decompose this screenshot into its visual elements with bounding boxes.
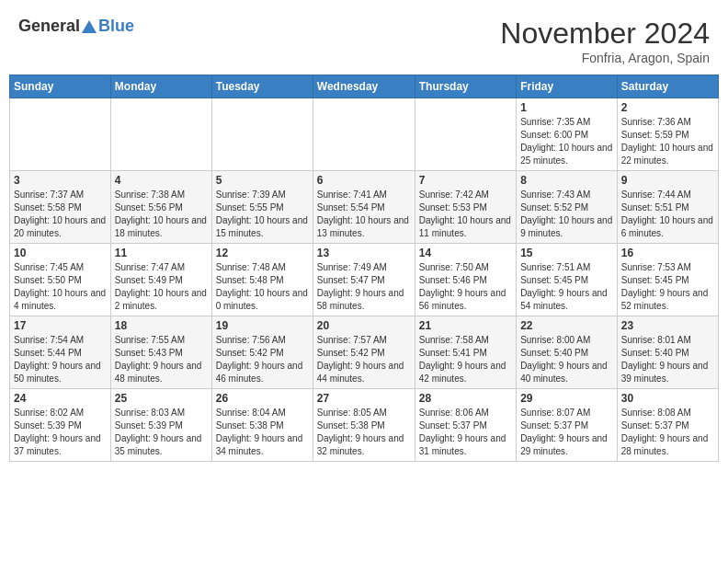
day-info: Sunrise: 8:06 AM Sunset: 5:37 PM Dayligh… <box>419 407 512 458</box>
day-info: Sunrise: 7:50 AM Sunset: 5:46 PM Dayligh… <box>419 261 512 313</box>
calendar-cell: 30Sunrise: 8:08 AM Sunset: 5:37 PM Dayli… <box>617 389 718 462</box>
logo-blue: Blue <box>98 17 134 36</box>
calendar-cell: 18Sunrise: 7:55 AM Sunset: 5:43 PM Dayli… <box>110 316 211 389</box>
day-number: 16 <box>621 247 714 259</box>
col-wednesday: Wednesday <box>313 75 415 98</box>
day-info: Sunrise: 7:38 AM Sunset: 5:56 PM Dayligh… <box>115 189 208 240</box>
logo-general: General <box>18 17 80 36</box>
day-number: 17 <box>14 319 107 332</box>
day-info: Sunrise: 7:53 AM Sunset: 5:45 PM Dayligh… <box>621 261 714 313</box>
calendar-cell: 2Sunrise: 7:36 AM Sunset: 5:59 PM Daylig… <box>617 98 718 171</box>
calendar-cell: 24Sunrise: 8:02 AM Sunset: 5:39 PM Dayli… <box>10 389 111 462</box>
day-info: Sunrise: 7:51 AM Sunset: 5:45 PM Dayligh… <box>520 261 613 313</box>
day-info: Sunrise: 7:44 AM Sunset: 5:51 PM Dayligh… <box>621 189 714 240</box>
calendar-cell: 27Sunrise: 8:05 AM Sunset: 5:38 PM Dayli… <box>313 389 415 462</box>
day-number: 8 <box>520 174 613 187</box>
calendar-cell <box>211 98 313 171</box>
calendar-cell: 15Sunrise: 7:51 AM Sunset: 5:45 PM Dayli… <box>517 244 618 316</box>
day-info: Sunrise: 8:04 AM Sunset: 5:38 PM Dayligh… <box>216 407 309 458</box>
calendar-cell: 28Sunrise: 8:06 AM Sunset: 5:37 PM Dayli… <box>415 389 516 462</box>
day-number: 1 <box>520 101 613 114</box>
calendar-cell: 14Sunrise: 7:50 AM Sunset: 5:46 PM Dayli… <box>415 244 516 316</box>
day-number: 21 <box>419 319 512 332</box>
calendar-week-row: 3Sunrise: 7:37 AM Sunset: 5:58 PM Daylig… <box>10 171 719 244</box>
day-number: 26 <box>216 392 309 405</box>
day-info: Sunrise: 8:05 AM Sunset: 5:38 PM Dayligh… <box>317 407 411 458</box>
day-number: 11 <box>115 247 208 259</box>
day-info: Sunrise: 8:02 AM Sunset: 5:39 PM Dayligh… <box>14 407 107 458</box>
day-info: Sunrise: 7:48 AM Sunset: 5:48 PM Dayligh… <box>216 261 309 313</box>
calendar-cell: 16Sunrise: 7:53 AM Sunset: 5:45 PM Dayli… <box>617 244 718 316</box>
calendar-cell: 4Sunrise: 7:38 AM Sunset: 5:56 PM Daylig… <box>110 171 211 244</box>
day-info: Sunrise: 7:57 AM Sunset: 5:42 PM Dayligh… <box>317 334 411 385</box>
day-number: 2 <box>621 101 714 114</box>
day-info: Sunrise: 7:36 AM Sunset: 5:59 PM Dayligh… <box>621 116 714 167</box>
calendar-cell: 3Sunrise: 7:37 AM Sunset: 5:58 PM Daylig… <box>10 171 111 244</box>
day-number: 10 <box>14 247 107 259</box>
calendar-week-row: 24Sunrise: 8:02 AM Sunset: 5:39 PM Dayli… <box>10 389 719 462</box>
calendar-cell: 12Sunrise: 7:48 AM Sunset: 5:48 PM Dayli… <box>211 244 313 316</box>
day-info: Sunrise: 8:03 AM Sunset: 5:39 PM Dayligh… <box>115 407 208 458</box>
calendar-week-row: 17Sunrise: 7:54 AM Sunset: 5:44 PM Dayli… <box>10 316 719 389</box>
day-info: Sunrise: 7:56 AM Sunset: 5:42 PM Dayligh… <box>216 334 309 385</box>
day-number: 23 <box>621 319 714 332</box>
calendar-cell <box>313 98 415 171</box>
day-number: 12 <box>216 247 309 259</box>
day-number: 20 <box>317 319 411 332</box>
calendar-cell: 29Sunrise: 8:07 AM Sunset: 5:37 PM Dayli… <box>517 389 618 462</box>
day-number: 24 <box>14 392 107 405</box>
calendar-cell: 21Sunrise: 7:58 AM Sunset: 5:41 PM Dayli… <box>415 316 516 389</box>
calendar-week-row: 1Sunrise: 7:35 AM Sunset: 6:00 PM Daylig… <box>10 98 719 171</box>
day-number: 9 <box>621 174 714 187</box>
logo-triangle-icon <box>81 18 97 35</box>
day-info: Sunrise: 8:07 AM Sunset: 5:37 PM Dayligh… <box>520 407 613 458</box>
calendar-week-row: 10Sunrise: 7:45 AM Sunset: 5:50 PM Dayli… <box>10 244 719 316</box>
calendar-header-row: Sunday Monday Tuesday Wednesday Thursday… <box>10 75 719 98</box>
calendar-cell: 22Sunrise: 8:00 AM Sunset: 5:40 PM Dayli… <box>517 316 618 389</box>
day-info: Sunrise: 8:08 AM Sunset: 5:37 PM Dayligh… <box>621 407 714 458</box>
day-number: 4 <box>115 174 208 187</box>
col-sunday: Sunday <box>10 75 111 98</box>
location: Fonfria, Aragon, Spain <box>500 51 710 65</box>
calendar-cell: 19Sunrise: 7:56 AM Sunset: 5:42 PM Dayli… <box>211 316 313 389</box>
calendar-cell: 9Sunrise: 7:44 AM Sunset: 5:51 PM Daylig… <box>617 171 718 244</box>
col-thursday: Thursday <box>415 75 516 98</box>
calendar-cell: 17Sunrise: 7:54 AM Sunset: 5:44 PM Dayli… <box>10 316 111 389</box>
day-info: Sunrise: 7:54 AM Sunset: 5:44 PM Dayligh… <box>14 334 107 385</box>
day-info: Sunrise: 7:39 AM Sunset: 5:55 PM Dayligh… <box>216 189 309 240</box>
day-number: 3 <box>14 174 107 187</box>
day-info: Sunrise: 7:45 AM Sunset: 5:50 PM Dayligh… <box>14 261 107 313</box>
day-number: 29 <box>520 392 613 405</box>
calendar-cell: 6Sunrise: 7:41 AM Sunset: 5:54 PM Daylig… <box>313 171 415 244</box>
calendar-cell: 5Sunrise: 7:39 AM Sunset: 5:55 PM Daylig… <box>211 171 313 244</box>
day-info: Sunrise: 7:55 AM Sunset: 5:43 PM Dayligh… <box>115 334 208 385</box>
logo: General Blue <box>18 17 134 36</box>
day-info: Sunrise: 7:47 AM Sunset: 5:49 PM Dayligh… <box>115 261 208 313</box>
day-number: 18 <box>115 319 208 332</box>
day-info: Sunrise: 7:35 AM Sunset: 6:00 PM Dayligh… <box>520 116 613 167</box>
day-number: 13 <box>317 247 411 259</box>
calendar-cell: 7Sunrise: 7:42 AM Sunset: 5:53 PM Daylig… <box>415 171 516 244</box>
day-number: 27 <box>317 392 411 405</box>
col-saturday: Saturday <box>617 75 718 98</box>
calendar-cell: 23Sunrise: 8:01 AM Sunset: 5:40 PM Dayli… <box>617 316 718 389</box>
day-number: 14 <box>419 247 512 259</box>
title-section: November 2024 Fonfria, Aragon, Spain <box>500 17 710 65</box>
day-number: 30 <box>621 392 714 405</box>
day-info: Sunrise: 8:00 AM Sunset: 5:40 PM Dayligh… <box>520 334 613 385</box>
col-tuesday: Tuesday <box>211 75 313 98</box>
calendar-cell: 8Sunrise: 7:43 AM Sunset: 5:52 PM Daylig… <box>517 171 618 244</box>
calendar-cell <box>415 98 516 171</box>
day-info: Sunrise: 8:01 AM Sunset: 5:40 PM Dayligh… <box>621 334 714 385</box>
day-number: 15 <box>520 247 613 259</box>
day-number: 25 <box>115 392 208 405</box>
col-friday: Friday <box>517 75 618 98</box>
day-number: 5 <box>216 174 309 187</box>
calendar-cell <box>110 98 211 171</box>
day-number: 7 <box>419 174 512 187</box>
col-monday: Monday <box>110 75 211 98</box>
calendar-table: Sunday Monday Tuesday Wednesday Thursday… <box>9 75 719 462</box>
calendar-cell: 13Sunrise: 7:49 AM Sunset: 5:47 PM Dayli… <box>313 244 415 316</box>
day-number: 6 <box>317 174 411 187</box>
day-info: Sunrise: 7:37 AM Sunset: 5:58 PM Dayligh… <box>14 189 107 240</box>
